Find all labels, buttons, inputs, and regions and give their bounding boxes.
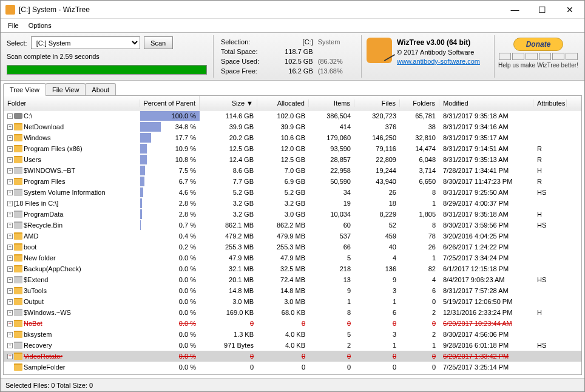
folders-value: 78 bbox=[400, 232, 439, 240]
expand-toggle[interactable]: + bbox=[7, 135, 13, 141]
tree-row[interactable]: +Users10.8 %12.4 GB12.5 GB28,85722,8096,… bbox=[4, 154, 581, 165]
size-value: 5.2 GB bbox=[200, 189, 257, 196]
expand-toggle[interactable]: + bbox=[7, 332, 13, 337]
expand-toggle[interactable]: + bbox=[7, 288, 13, 294]
col-items[interactable]: Items bbox=[309, 100, 354, 107]
expand-toggle[interactable]: + bbox=[7, 124, 13, 130]
expand-toggle[interactable]: + bbox=[7, 179, 13, 184]
scan-progress-bar bbox=[7, 65, 207, 75]
tab-file-view[interactable]: File View bbox=[46, 83, 86, 96]
expand-toggle[interactable]: + bbox=[7, 354, 13, 359]
size-value: 479.2 MB bbox=[200, 232, 257, 240]
tree-row[interactable]: PerfLogs0.0 %000007/16/2016 7:47:47 AM bbox=[4, 373, 581, 374]
tree-row[interactable]: +$Recycle.Bin0.7 %862.1 MB862.2 MB605288… bbox=[4, 220, 581, 231]
folder-icon bbox=[14, 276, 22, 283]
tree-row[interactable]: +New folder0.0 %47.9 MB47.9 MB5417/25/20… bbox=[4, 252, 581, 263]
alloc-value: 479.9 MB bbox=[257, 232, 309, 240]
tree-row[interactable]: +Recovery0.0 %971 Bytes4.0 KB2119/28/201… bbox=[4, 340, 581, 351]
maximize-button[interactable]: ☐ bbox=[529, 1, 556, 18]
tree-row[interactable]: -C:\100.0 %114.6 GB102.0 GB386,504320,72… bbox=[4, 110, 581, 121]
col-files[interactable]: Files bbox=[354, 100, 400, 107]
tree-row[interactable]: +boot0.2 %255.3 MB255.3 MB6640266/26/201… bbox=[4, 242, 581, 252]
size-value: 862.1 MB bbox=[200, 221, 257, 229]
col-size[interactable]: Size ▼ bbox=[200, 100, 257, 107]
minimize-button[interactable]: — bbox=[501, 1, 529, 18]
col-attributes[interactable]: Attributes bbox=[533, 100, 567, 107]
tree-row[interactable]: +NetDownload34.8 %39.9 GB39.9 GB41437638… bbox=[4, 121, 581, 132]
col-percent[interactable]: Percent of Parent bbox=[140, 96, 200, 110]
tree-row[interactable]: +Windows17.7 %20.2 GB10.6 GB179,060146,2… bbox=[4, 132, 581, 143]
alloc-value: 10.6 GB bbox=[257, 134, 309, 141]
expand-toggle[interactable]: + bbox=[7, 310, 13, 316]
files-value: 9 bbox=[354, 276, 400, 283]
size-value: 0 bbox=[200, 363, 257, 371]
tree-row[interactable]: +VideoRotator0.0 %000006/20/2017 1:33:42… bbox=[4, 351, 581, 362]
expand-toggle[interactable]: + bbox=[7, 190, 13, 195]
items-value: 10,034 bbox=[309, 211, 354, 218]
tree-row[interactable]: +ProgramData2.8 %3.2 GB3.0 GB10,0348,229… bbox=[4, 209, 581, 220]
folders-value: 4 bbox=[400, 276, 439, 283]
col-allocated[interactable]: Allocated bbox=[257, 100, 309, 107]
close-button[interactable]: ✕ bbox=[556, 1, 583, 18]
tree-row[interactable]: +$WINDOWS.~BT7.5 %8.6 GB7.0 GB22,95819,2… bbox=[4, 165, 581, 176]
tree-row[interactable]: +$Extend0.0 %20.1 MB72.4 MB13948/4/2017 … bbox=[4, 274, 581, 285]
expand-toggle[interactable]: + bbox=[7, 277, 13, 283]
size-value: 14.8 MB bbox=[200, 287, 257, 294]
files-value: 376 bbox=[354, 123, 400, 130]
tree-row[interactable]: +AMD0.4 %479.2 MB479.9 MB537459783/20/20… bbox=[4, 231, 581, 242]
col-folders[interactable]: Folders bbox=[400, 100, 439, 107]
expand-toggle[interactable]: + bbox=[7, 223, 13, 228]
folder-icon bbox=[14, 123, 22, 130]
menu-options[interactable]: Options bbox=[24, 20, 56, 31]
col-modified[interactable]: Modified bbox=[439, 100, 533, 107]
col-folder[interactable]: Folder bbox=[4, 100, 140, 107]
tree-row[interactable]: +Backup(AppCheck)0.0 %32.1 MB32.5 MB2181… bbox=[4, 263, 581, 274]
menu-file[interactable]: File bbox=[3, 20, 24, 31]
tab-about[interactable]: About bbox=[85, 83, 116, 96]
expand-toggle[interactable]: + bbox=[7, 168, 13, 174]
tree-row[interactable]: +3uTools0.0 %14.8 MB14.8 MB9368/31/2017 … bbox=[4, 285, 581, 296]
expand-toggle[interactable]: + bbox=[7, 201, 13, 206]
tree-row[interactable]: +System Volume Information4.6 %5.2 GB5.2… bbox=[4, 187, 581, 198]
alloc-value: 0 bbox=[257, 320, 309, 327]
modified-value: 12/31/2016 2:33:24 PM bbox=[439, 309, 533, 316]
expand-toggle[interactable]: + bbox=[7, 212, 13, 217]
size-value: 114.6 GB bbox=[200, 112, 257, 120]
expand-toggle[interactable]: + bbox=[7, 245, 13, 250]
folder-icon bbox=[14, 156, 22, 163]
tree-row[interactable]: +Program Files6.7 %7.7 GB6.9 GB50,59043,… bbox=[4, 176, 581, 187]
tree-row[interactable]: +Program Files (x86)10.9 %12.5 GB12.0 GB… bbox=[4, 143, 581, 154]
folders-value: 2 bbox=[400, 331, 439, 338]
tree-row[interactable]: +Output0.0 %3.0 MB3.0 MB1105/19/2017 12:… bbox=[4, 296, 581, 307]
website-link[interactable]: www.antibody-software.com bbox=[397, 58, 480, 65]
tree-row[interactable]: +NoBot0.0 %000006/20/2017 10:23:44 AM bbox=[4, 318, 581, 329]
expand-toggle[interactable]: + bbox=[7, 299, 13, 305]
size-value: 20.2 GB bbox=[200, 134, 257, 141]
app-logo-icon bbox=[367, 38, 392, 63]
files-value: 1 bbox=[354, 342, 400, 349]
grid-body[interactable]: -C:\100.0 %114.6 GB102.0 GB386,504320,72… bbox=[4, 110, 581, 374]
expand-toggle[interactable]: + bbox=[7, 157, 13, 163]
items-value: 218 bbox=[309, 265, 354, 272]
tree-row[interactable]: +$Windows.~WS0.0 %169.0 KB68.0 KB86212/3… bbox=[4, 307, 581, 318]
tab-tree-view[interactable]: Tree View bbox=[3, 83, 46, 96]
files-value: 0 bbox=[354, 363, 400, 371]
expand-toggle[interactable]: + bbox=[7, 255, 13, 261]
size-value: 12.5 GB bbox=[200, 145, 257, 152]
expand-toggle[interactable]: - bbox=[7, 113, 13, 119]
expand-toggle[interactable]: + bbox=[7, 234, 13, 239]
donate-button[interactable]: Donate bbox=[513, 38, 564, 51]
expand-toggle[interactable]: + bbox=[7, 321, 13, 326]
drive-select[interactable]: [C:] System bbox=[31, 36, 140, 49]
percent-value: 0.0 % bbox=[179, 320, 196, 327]
tree-row[interactable]: SampleFolder0.0 %000007/25/2017 3:25:14 … bbox=[4, 362, 581, 373]
attr-value: HS bbox=[533, 342, 567, 349]
modified-value: 8/30/2017 4:56:06 PM bbox=[439, 331, 533, 338]
folder-icon bbox=[14, 243, 22, 251]
expand-toggle[interactable]: + bbox=[7, 343, 13, 348]
expand-toggle[interactable]: + bbox=[7, 146, 13, 152]
tree-row[interactable]: +[18 Files in C:\]2.8 %3.2 GB3.2 GB19181… bbox=[4, 198, 581, 209]
tree-row[interactable]: +bksystem0.0 %1.3 KB4.0 KB5328/30/2017 4… bbox=[4, 329, 581, 340]
scan-button[interactable]: Scan bbox=[144, 36, 173, 49]
expand-toggle[interactable]: + bbox=[7, 266, 13, 272]
